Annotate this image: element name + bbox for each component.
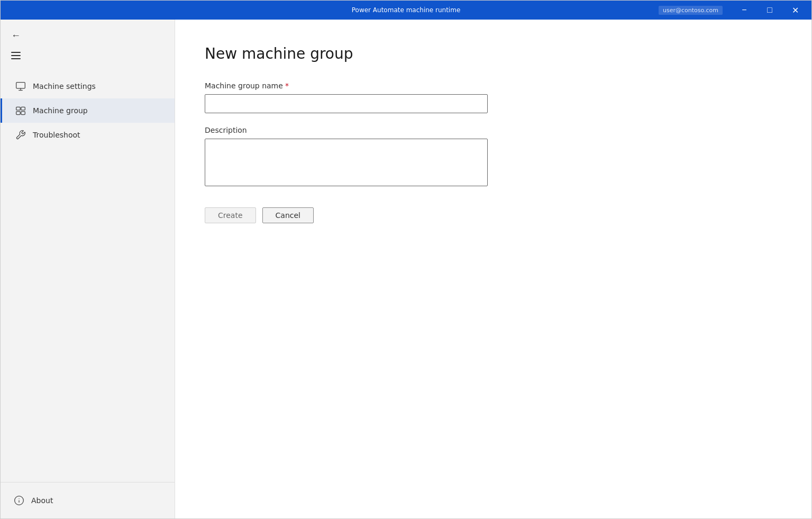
- app-window: Power Automate machine runtime user@cont…: [0, 0, 812, 519]
- main-content: New machine group Machine group name * D…: [175, 20, 811, 518]
- svg-rect-0: [16, 83, 25, 89]
- close-button[interactable]: ✕: [783, 1, 807, 20]
- sidebar-item-machine-settings-label: Machine settings: [33, 82, 96, 90]
- name-label: Machine group name *: [205, 81, 782, 90]
- machine-settings-icon: [15, 81, 26, 92]
- name-label-text: Machine group name: [205, 81, 283, 90]
- hamburger-line-2: [11, 55, 21, 56]
- description-label: Description: [205, 126, 782, 134]
- svg-rect-5: [16, 112, 21, 115]
- about-icon: [13, 495, 25, 506]
- minimize-button[interactable]: −: [732, 1, 756, 20]
- sidebar-bottom: About: [1, 482, 175, 518]
- sidebar-item-troubleshoot-label: Troubleshoot: [33, 131, 80, 139]
- title-bar: Power Automate machine runtime user@cont…: [1, 1, 811, 20]
- sidebar: ← Ma: [1, 20, 175, 518]
- app-body: ← Ma: [1, 20, 811, 518]
- svg-rect-6: [21, 112, 25, 115]
- user-info: user@contoso.com: [659, 6, 723, 15]
- hamburger-line-1: [11, 52, 21, 53]
- form-group-name: Machine group name *: [205, 81, 782, 113]
- create-button[interactable]: Create: [205, 207, 256, 223]
- sidebar-nav: Machine settings Machine group: [1, 70, 175, 482]
- sidebar-item-machine-group-label: Machine group: [33, 106, 88, 115]
- title-bar-center: Power Automate machine runtime: [272, 6, 540, 14]
- troubleshoot-icon: [15, 130, 26, 140]
- svg-rect-4: [21, 107, 25, 110]
- hamburger-menu-button[interactable]: [9, 48, 166, 63]
- cancel-button[interactable]: Cancel: [262, 207, 314, 223]
- page-title: New machine group: [205, 45, 782, 62]
- svg-rect-3: [16, 107, 21, 110]
- back-arrow-icon: ←: [11, 30, 21, 41]
- machine-group-icon: [15, 105, 26, 116]
- maximize-button[interactable]: □: [758, 1, 782, 20]
- about-label: About: [31, 496, 53, 505]
- form-group-description: Description: [205, 126, 782, 188]
- description-label-text: Description: [205, 126, 247, 134]
- machine-group-name-input[interactable]: [205, 94, 488, 113]
- button-row: Create Cancel: [205, 207, 782, 223]
- sidebar-item-machine-settings[interactable]: Machine settings: [1, 74, 175, 98]
- sidebar-item-machine-group[interactable]: Machine group: [1, 98, 175, 123]
- sidebar-top: ←: [1, 20, 175, 70]
- back-button[interactable]: ←: [9, 26, 166, 45]
- description-input[interactable]: [205, 139, 488, 186]
- sidebar-item-troubleshoot[interactable]: Troubleshoot: [1, 123, 175, 147]
- required-star: *: [285, 81, 289, 90]
- hamburger-line-3: [11, 58, 21, 59]
- title-bar-right: user@contoso.com − □ ✕: [540, 1, 807, 20]
- app-title: Power Automate machine runtime: [352, 6, 461, 14]
- sidebar-item-about[interactable]: About: [13, 491, 162, 510]
